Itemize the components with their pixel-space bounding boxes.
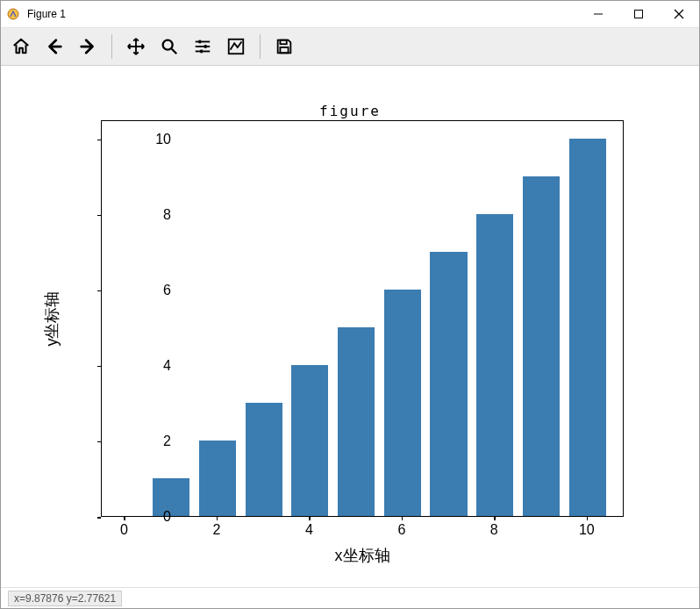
maximize-button[interactable] bbox=[618, 1, 659, 27]
x-tick-mark bbox=[124, 517, 125, 520]
x-tick-mark bbox=[587, 517, 589, 520]
y-axis-label: y坐标轴 bbox=[41, 291, 62, 347]
bar bbox=[430, 252, 467, 516]
zoom-button[interactable] bbox=[153, 30, 186, 63]
chart-title: figure bbox=[319, 103, 381, 119]
back-button[interactable] bbox=[38, 30, 71, 63]
cursor-coords: x=9.87876 y=2.77621 bbox=[8, 591, 122, 606]
svg-rect-15 bbox=[280, 47, 288, 53]
svg-point-5 bbox=[163, 40, 173, 50]
bar bbox=[569, 139, 606, 516]
home-button[interactable] bbox=[4, 30, 38, 63]
y-tick-label: 4 bbox=[145, 358, 171, 374]
app-icon bbox=[6, 7, 20, 21]
y-tick-mark bbox=[97, 517, 101, 519]
close-button[interactable] bbox=[659, 1, 699, 27]
toolbar bbox=[1, 27, 699, 66]
bar bbox=[246, 403, 282, 516]
y-tick-mark bbox=[97, 290, 101, 292]
y-tick-label: 0 bbox=[145, 509, 171, 525]
y-tick-label: 6 bbox=[145, 283, 171, 298]
bar bbox=[338, 327, 375, 516]
minimize-button[interactable] bbox=[578, 1, 618, 27]
plot-canvas[interactable]: figure y坐标轴 x坐标轴 02468100246810 bbox=[1, 66, 699, 587]
svg-rect-10 bbox=[198, 40, 201, 44]
toolbar-separator bbox=[111, 34, 112, 59]
figure-window: Figure 1 bbox=[0, 0, 700, 609]
bar bbox=[476, 214, 513, 516]
configure-button[interactable] bbox=[186, 30, 219, 63]
x-tick-label: 8 bbox=[490, 522, 498, 538]
x-tick-mark bbox=[402, 517, 404, 520]
window-title: Figure 1 bbox=[27, 8, 66, 20]
svg-rect-12 bbox=[200, 50, 203, 54]
x-tick-label: 0 bbox=[120, 522, 128, 538]
y-tick-mark bbox=[97, 366, 101, 368]
x-tick-label: 6 bbox=[397, 522, 405, 538]
x-tick-label: 4 bbox=[305, 522, 313, 538]
pan-button[interactable] bbox=[119, 30, 153, 63]
bar bbox=[291, 365, 328, 516]
y-tick-mark bbox=[97, 140, 101, 141]
x-tick-mark bbox=[217, 517, 218, 520]
svg-rect-14 bbox=[280, 40, 286, 45]
plot-area bbox=[101, 120, 624, 517]
x-tick-label: 2 bbox=[212, 522, 220, 538]
bar bbox=[199, 441, 236, 516]
toolbar-separator bbox=[260, 34, 261, 59]
bar bbox=[523, 176, 560, 516]
x-tick-mark bbox=[309, 517, 311, 520]
forward-button[interactable] bbox=[71, 30, 104, 63]
x-tick-mark bbox=[494, 517, 496, 520]
x-tick-label: 10 bbox=[579, 522, 595, 538]
y-tick-label: 10 bbox=[145, 132, 171, 147]
x-axis-label: x坐标轴 bbox=[335, 545, 390, 566]
bar bbox=[384, 290, 421, 516]
save-button[interactable] bbox=[268, 30, 301, 63]
edit-axis-button[interactable] bbox=[219, 30, 253, 63]
y-tick-label: 2 bbox=[145, 433, 171, 449]
titlebar: Figure 1 bbox=[1, 1, 699, 27]
statusbar: x=9.87876 y=2.77621 bbox=[1, 587, 699, 608]
svg-line-6 bbox=[172, 49, 177, 54]
y-tick-mark bbox=[97, 441, 101, 443]
svg-rect-11 bbox=[204, 45, 207, 48]
y-tick-mark bbox=[97, 215, 101, 217]
svg-rect-2 bbox=[635, 11, 643, 18]
y-tick-label: 8 bbox=[145, 207, 171, 223]
